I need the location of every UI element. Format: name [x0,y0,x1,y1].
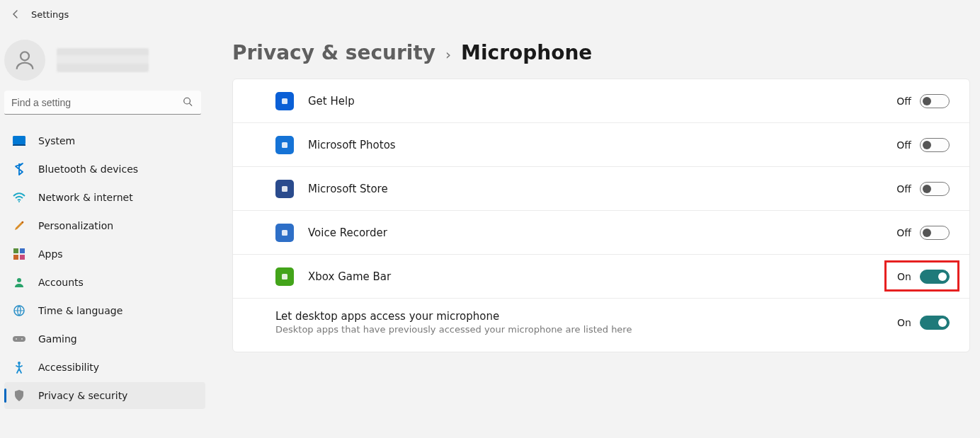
toggle-state-label: Off [896,139,911,151]
nav-network[interactable]: Network & internet [4,184,205,211]
svg-rect-20 [282,230,287,236]
svg-rect-19 [282,186,287,192]
svg-rect-13 [13,336,25,342]
toggle-group: Off [896,94,950,108]
nav-system[interactable]: System [4,127,205,154]
profile-name-redacted [57,48,149,72]
back-button[interactable] [6,4,25,24]
svg-rect-21 [282,274,287,279]
nav-bluetooth[interactable]: Bluetooth & devices [4,156,205,183]
chevron-right-icon: › [445,46,451,63]
breadcrumb-parent[interactable]: Privacy & security [232,41,435,64]
svg-point-11 [17,278,21,282]
app-row-microsoft-store: Microsoft StoreOff [233,167,969,211]
nav-list: System Bluetooth & devices Network & int… [4,127,205,409]
nav-personalization[interactable]: Personalization [4,212,205,239]
svg-rect-4 [13,144,25,146]
toggle-group: Off [896,138,950,152]
get-help-icon [275,92,294,110]
person-icon [13,48,37,72]
toggle-state-label: Off [896,183,911,195]
accounts-icon [13,276,25,289]
nav-label: System [38,135,75,146]
toggle-group: On [897,316,950,330]
gamepad-icon [13,333,25,345]
nav-apps[interactable]: Apps [4,241,205,267]
nav-privacy-security[interactable]: Privacy & security [4,382,205,409]
toggle-group: Off [896,182,950,196]
brush-icon [13,219,25,232]
app-label: Microsoft Photos [308,139,896,151]
svg-point-14 [16,338,17,340]
microsoft-photos-toggle[interactable] [920,138,950,152]
apps-panel: Get HelpOffMicrosoft PhotosOffMicrosoft … [232,79,970,352]
nav-label: Apps [38,248,63,260]
desktop-apps-subtitle: Desktop apps that have previously access… [275,324,897,335]
app-label: Microsoft Store [308,183,896,195]
toggle-group: Off [896,226,950,240]
nav-label: Network & internet [38,192,133,203]
bluetooth-icon [13,163,25,175]
svg-rect-8 [20,248,25,253]
profile-block[interactable] [4,35,205,91]
toggle-state-label: Off [896,96,911,107]
svg-rect-17 [282,98,287,104]
back-arrow-icon [10,8,21,20]
nav-label: Accounts [38,277,84,288]
microsoft-store-icon [275,180,294,198]
app-label: Get Help [308,95,896,108]
nav-accessibility[interactable]: Accessibility [4,354,205,381]
breadcrumb: Privacy & security › Microphone [232,41,970,64]
get-help-toggle[interactable] [920,94,950,108]
system-icon [13,134,25,147]
nav-accounts[interactable]: Accounts [4,269,205,296]
app-label: Xbox Game Bar [308,270,897,283]
breadcrumb-current: Microphone [461,41,592,64]
desktop-apps-row: Let desktop apps access your microphoneD… [233,299,969,352]
nav-time-language[interactable]: Time & language [4,297,205,324]
microsoft-store-toggle[interactable] [920,182,950,196]
wifi-icon [13,191,25,204]
desktop-apps-toggle[interactable] [920,316,950,330]
nav-label: Privacy & security [38,390,127,401]
toggle-state-label: On [897,317,911,328]
nav-label: Bluetooth & devices [38,163,138,175]
nav-label: Gaming [38,333,77,345]
svg-rect-18 [282,142,287,148]
svg-rect-10 [20,255,25,260]
app-row-voice-recorder: Voice RecorderOff [233,211,969,255]
sidebar: System Bluetooth & devices Network & int… [0,28,212,438]
svg-point-6 [22,221,24,224]
nav-gaming[interactable]: Gaming [4,325,205,352]
svg-rect-7 [13,248,18,253]
desktop-apps-title: Let desktop apps access your microphone [275,310,897,323]
svg-point-5 [18,201,20,202]
toggle-state-label: Off [896,227,911,238]
svg-point-0 [21,52,29,60]
svg-rect-3 [13,136,25,144]
svg-rect-9 [13,255,18,260]
xbox-game-bar-icon [275,267,294,286]
search-input[interactable] [4,91,201,115]
nav-label: Personalization [38,220,113,231]
microsoft-photos-icon [275,136,294,154]
search-box[interactable] [4,91,205,115]
app-row-xbox-game-bar: Xbox Game BarOn [233,255,969,299]
xbox-game-bar-toggle[interactable] [920,270,950,284]
nav-label: Time & language [38,305,122,316]
voice-recorder-icon [275,224,294,242]
app-row-microsoft-photos: Microsoft PhotosOff [233,123,969,167]
app-row-get-help: Get HelpOff [233,79,969,123]
voice-recorder-toggle[interactable] [920,226,950,240]
toggle-state-label: On [897,271,911,282]
globe-icon [13,304,25,317]
toggle-group: On [897,270,950,284]
window-title: Settings [31,9,69,20]
accessibility-icon [13,361,25,374]
avatar [4,40,45,81]
app-label: Voice Recorder [308,226,896,239]
shield-icon [13,389,25,402]
apps-icon [13,248,25,260]
svg-point-15 [21,338,23,340]
nav-label: Accessibility [38,362,99,373]
